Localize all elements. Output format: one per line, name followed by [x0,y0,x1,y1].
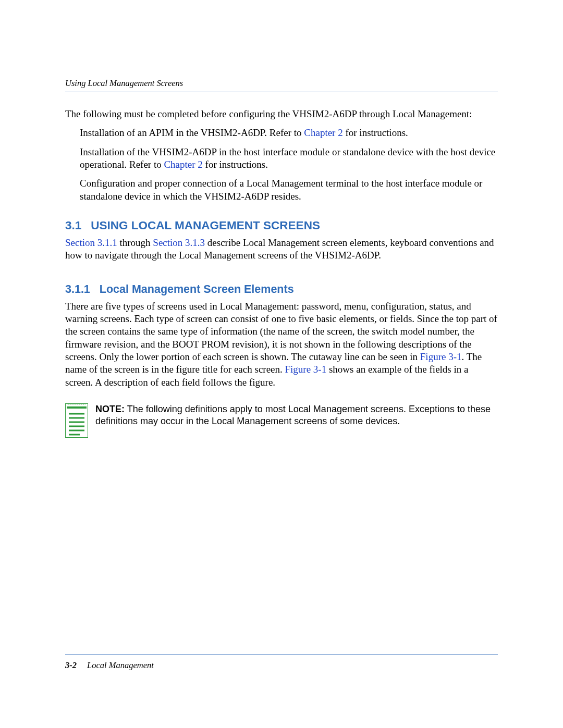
section-3-1-heading: 3.1USING LOCAL MANAGEMENT SCREENS [65,218,498,233]
chapter-2-link[interactable]: Chapter 2 [304,127,342,138]
section-title: USING LOCAL MANAGEMENT SCREENS [91,219,320,232]
text: for instructions. [343,127,408,138]
note-text: NOTE: The following definitions apply to… [95,403,498,428]
text: through [117,237,153,248]
note-label: NOTE: [95,404,125,414]
text: Installation of an APIM in the VHSIM2-A6… [80,127,304,138]
intro-bullet-2: Installation of the VHSIM2-A6DP in the h… [80,146,498,171]
section-3-1-3-link[interactable]: Section 3.1.3 [153,237,205,248]
section-3-1-paragraph: Section 3.1.1 through Section 3.1.3 desc… [65,237,498,262]
svg-rect-0 [66,404,88,438]
section-title: Local Management Screen Elements [100,283,294,295]
section-3-1-1-paragraph: There are five types of screens used in … [65,300,498,389]
figure-3-1-link[interactable]: Figure 3-1 [420,351,462,362]
page-footer: 3-2Local Management [65,655,498,671]
svg-rect-1 [67,406,87,409]
intro-paragraph: The following must be completed before c… [65,108,498,120]
page: Using Local Management Screens The follo… [0,0,563,728]
section-number: 3.1 [65,219,81,232]
figure-3-1-link[interactable]: Figure 3-1 [285,364,327,375]
section-3-1-1-heading: 3.1.1Local Management Screen Elements [65,282,498,297]
intro-bullet-3: Configuration and proper connection of a… [80,177,498,203]
text: Installation of the VHSIM2-A6DP in the h… [80,146,495,170]
note-block: NOTE: The following definitions apply to… [65,403,498,438]
chapter-title: Local Management [87,660,154,670]
note-body: The following definitions apply to most … [95,404,491,426]
intro-bullet-1: Installation of an APIM in the VHSIM2-A6… [80,127,498,139]
running-header: Using Local Management Screens [65,78,498,92]
chapter-2-link[interactable]: Chapter 2 [164,159,202,170]
section-number: 3.1.1 [65,283,90,295]
body-content: The following must be completed before c… [65,108,498,438]
text: for instructions. [203,159,268,170]
section-3-1-1-link[interactable]: Section 3.1.1 [65,237,117,248]
note-icon [65,403,88,438]
page-number: 3-2 [65,660,77,670]
